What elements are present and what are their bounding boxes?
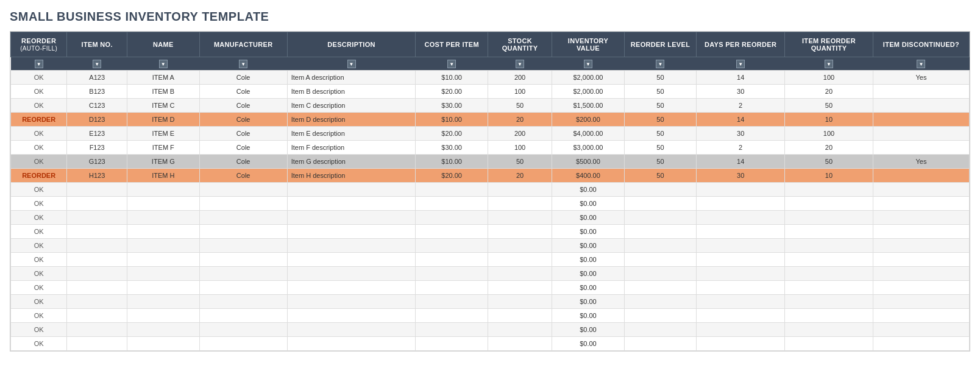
cell-reorder[interactable]: OK — [11, 225, 67, 239]
cell-stock[interactable]: 50 — [488, 155, 552, 169]
cell-cost[interactable] — [416, 253, 488, 267]
cell-itemno[interactable]: B123 — [67, 85, 127, 99]
cell-reorderlevel[interactable] — [624, 281, 697, 295]
cell-itemno[interactable]: E123 — [67, 127, 127, 141]
cell-daysperreorder[interactable]: 14 — [697, 71, 785, 85]
cell-name[interactable] — [127, 197, 200, 211]
cell-name[interactable]: ITEM G — [127, 155, 200, 169]
cell-reorderlevel[interactable] — [624, 295, 697, 309]
cell-invvalue[interactable]: $0.00 — [552, 337, 625, 351]
cell-invvalue[interactable]: $3,000.00 — [552, 141, 625, 155]
cell-stock[interactable] — [488, 211, 552, 225]
cell-reorderlevel[interactable]: 50 — [624, 169, 697, 183]
cell-itemno[interactable]: G123 — [67, 155, 127, 169]
cell-manufacturer[interactable] — [199, 323, 287, 337]
cell-name[interactable] — [127, 267, 200, 281]
filter-dropdown-invvalue[interactable]: ▼ — [584, 60, 592, 68]
cell-reorder[interactable]: OK — [11, 309, 67, 323]
cell-stock[interactable] — [488, 309, 552, 323]
cell-manufacturer[interactable] — [199, 267, 287, 281]
cell-name[interactable]: ITEM C — [127, 99, 200, 113]
cell-itemreorder[interactable]: 100 — [785, 71, 873, 85]
cell-discontinued[interactable]: Yes — [873, 155, 969, 169]
cell-name[interactable] — [127, 309, 200, 323]
cell-invvalue[interactable]: $4,000.00 — [552, 127, 625, 141]
cell-reorder[interactable]: OK — [11, 323, 67, 337]
cell-reorderlevel[interactable]: 50 — [624, 113, 697, 127]
cell-itemno[interactable] — [67, 323, 127, 337]
cell-description[interactable]: Item D description — [287, 113, 416, 127]
cell-invvalue[interactable]: $0.00 — [552, 253, 625, 267]
cell-discontinued[interactable] — [873, 239, 969, 253]
cell-name[interactable] — [127, 295, 200, 309]
cell-invvalue[interactable]: $0.00 — [552, 281, 625, 295]
cell-itemno[interactable]: F123 — [67, 141, 127, 155]
cell-stock[interactable] — [488, 281, 552, 295]
cell-invvalue[interactable]: $0.00 — [552, 225, 625, 239]
cell-stock[interactable]: 20 — [488, 169, 552, 183]
cell-cost[interactable] — [416, 183, 488, 197]
cell-discontinued[interactable] — [873, 169, 969, 183]
cell-invvalue[interactable]: $0.00 — [552, 197, 625, 211]
cell-name[interactable] — [127, 281, 200, 295]
cell-description[interactable] — [287, 239, 416, 253]
cell-stock[interactable] — [488, 225, 552, 239]
cell-reorder[interactable]: OK — [11, 155, 67, 169]
cell-reorder[interactable]: OK — [11, 85, 67, 99]
cell-cost[interactable]: $30.00 — [416, 99, 488, 113]
cell-stock[interactable]: 200 — [488, 127, 552, 141]
cell-itemno[interactable] — [67, 295, 127, 309]
cell-itemno[interactable]: A123 — [67, 71, 127, 85]
cell-daysperreorder[interactable] — [697, 337, 785, 351]
cell-cost[interactable]: $30.00 — [416, 141, 488, 155]
cell-cost[interactable] — [416, 281, 488, 295]
cell-daysperreorder[interactable]: 30 — [697, 169, 785, 183]
cell-reorder[interactable]: OK — [11, 281, 67, 295]
cell-name[interactable] — [127, 253, 200, 267]
cell-cost[interactable] — [416, 225, 488, 239]
filter-dropdown-itemno[interactable]: ▼ — [93, 60, 101, 68]
cell-itemreorder[interactable] — [785, 239, 873, 253]
filter-dropdown-cost[interactable]: ▼ — [447, 60, 456, 68]
cell-stock[interactable] — [488, 253, 552, 267]
cell-daysperreorder[interactable] — [697, 253, 785, 267]
cell-daysperreorder[interactable] — [697, 239, 785, 253]
cell-invvalue[interactable]: $0.00 — [552, 183, 625, 197]
cell-cost[interactable]: $20.00 — [416, 127, 488, 141]
cell-description[interactable] — [287, 295, 416, 309]
cell-description[interactable] — [287, 309, 416, 323]
cell-discontinued[interactable] — [873, 127, 969, 141]
filter-dropdown-discontinued[interactable]: ▼ — [917, 60, 925, 68]
cell-cost[interactable]: $10.00 — [416, 113, 488, 127]
cell-reorderlevel[interactable]: 50 — [624, 71, 697, 85]
cell-itemno[interactable] — [67, 337, 127, 351]
cell-reorderlevel[interactable] — [624, 239, 697, 253]
cell-daysperreorder[interactable]: 30 — [697, 85, 785, 99]
cell-stock[interactable]: 50 — [488, 99, 552, 113]
cell-invvalue[interactable]: $0.00 — [552, 309, 625, 323]
cell-name[interactable]: ITEM D — [127, 113, 200, 127]
cell-stock[interactable]: 100 — [488, 141, 552, 155]
cell-itemreorder[interactable] — [785, 211, 873, 225]
cell-cost[interactable]: $10.00 — [416, 155, 488, 169]
cell-cost[interactable] — [416, 211, 488, 225]
cell-daysperreorder[interactable] — [697, 295, 785, 309]
cell-name[interactable] — [127, 183, 200, 197]
cell-daysperreorder[interactable]: 14 — [697, 113, 785, 127]
filter-dropdown-name[interactable]: ▼ — [159, 60, 168, 68]
cell-cost[interactable] — [416, 197, 488, 211]
cell-manufacturer[interactable] — [199, 309, 287, 323]
cell-cost[interactable]: $10.00 — [416, 71, 488, 85]
filter-dropdown-description[interactable]: ▼ — [347, 60, 356, 68]
cell-invvalue[interactable]: $500.00 — [552, 155, 625, 169]
cell-description[interactable]: Item B description — [287, 85, 416, 99]
cell-discontinued[interactable] — [873, 211, 969, 225]
filter-dropdown-stock[interactable]: ▼ — [516, 60, 524, 68]
cell-daysperreorder[interactable] — [697, 281, 785, 295]
cell-name[interactable]: ITEM H — [127, 169, 200, 183]
cell-manufacturer[interactable]: Cole — [199, 155, 287, 169]
cell-itemno[interactable]: C123 — [67, 99, 127, 113]
cell-discontinued[interactable] — [873, 295, 969, 309]
cell-name[interactable] — [127, 211, 200, 225]
cell-manufacturer[interactable]: Cole — [199, 141, 287, 155]
